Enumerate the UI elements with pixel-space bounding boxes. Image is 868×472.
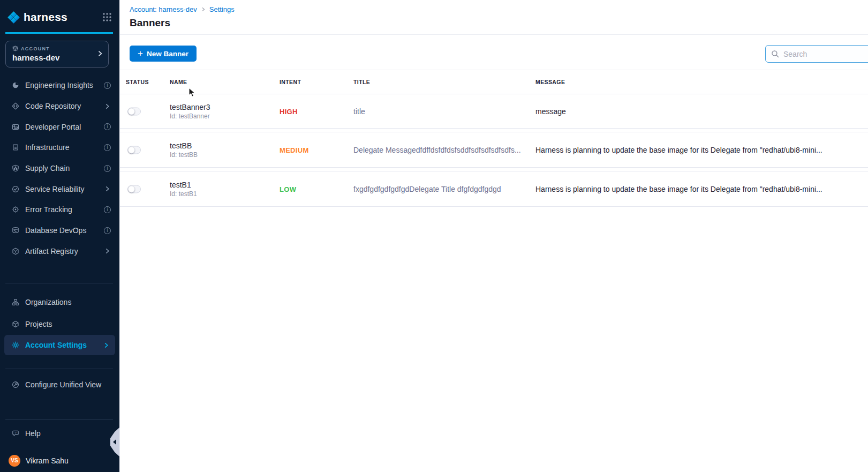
sidebar-divider xyxy=(5,419,113,420)
sidebar-item-label: Organizations xyxy=(25,298,111,306)
intent-badge: LOW xyxy=(280,185,296,193)
sidebar-item-organizations[interactable]: Organizations xyxy=(0,291,119,313)
toolbar-divider xyxy=(120,70,868,70)
account-name: harness-dev xyxy=(12,53,102,62)
sidebar-item-projects[interactable]: Projects xyxy=(0,313,119,335)
sidebar-item-label: Database DevOps xyxy=(25,226,100,235)
status-toggle[interactable] xyxy=(127,185,141,193)
configure-nav: Configure Unified View xyxy=(0,374,119,395)
info-icon[interactable]: i xyxy=(104,165,111,172)
sidebar-divider xyxy=(5,369,113,369)
breadcrumb-account-link[interactable]: Account: harness-dev xyxy=(130,5,197,13)
breadcrumb-settings-link[interactable]: Settings xyxy=(209,5,235,13)
column-header-name: NAME xyxy=(170,79,187,85)
management-nav: Organizations Projects Account Settings xyxy=(0,291,119,355)
column-header-status: STATUS xyxy=(126,79,149,85)
chevron-right-icon xyxy=(96,50,104,57)
sidebar-item-label: Engineering Insights xyxy=(25,81,100,89)
banner-id: Id: testBanner xyxy=(170,113,210,120)
user-profile[interactable]: VS Vikram Sahu xyxy=(0,449,119,472)
search-input[interactable] xyxy=(783,50,868,58)
column-header-title: TITLE xyxy=(353,79,370,85)
brand-name: harness xyxy=(24,11,67,24)
account-scope-label: ACCOUNT xyxy=(21,46,50,51)
column-header-message: MESSAGE xyxy=(535,79,565,85)
page-title: Banners xyxy=(130,17,170,29)
main-content: Account: harness-dev Settings Banners + … xyxy=(119,0,868,472)
avatar: VS xyxy=(9,455,20,467)
search-icon xyxy=(771,50,779,58)
toggle-knob xyxy=(128,185,135,192)
banner-message: message xyxy=(535,107,868,116)
sidebar-item-code-repository[interactable]: Code Repository xyxy=(0,96,119,117)
intent-badge: MEDIUM xyxy=(280,146,309,154)
banner-id: Id: testBB xyxy=(170,151,198,159)
info-icon[interactable]: i xyxy=(104,206,111,213)
banner-message: Harness is planning to update the base i… xyxy=(535,185,868,193)
sidebar-item-label: Supply Chain xyxy=(25,164,100,173)
search-box xyxy=(765,45,868,63)
sidebar-item-account-settings[interactable]: Account Settings xyxy=(4,335,115,355)
sidebar-item-infrastructure[interactable]: Infrastructure i xyxy=(0,137,119,158)
sidebar-item-help[interactable]: ? Help xyxy=(0,424,119,443)
new-banner-button[interactable]: + New Banner xyxy=(130,46,197,62)
breadcrumb-chevron-icon xyxy=(201,7,206,12)
toggle-knob xyxy=(128,146,135,153)
layers-icon xyxy=(12,46,18,51)
banner-id: Id: testB1 xyxy=(170,190,197,198)
banner-title: fxgdfgdfgdfgdfgdDelegate Title dfgfdgdfg… xyxy=(353,185,530,193)
developer-portal-icon xyxy=(12,123,19,131)
info-icon[interactable]: i xyxy=(104,144,111,151)
status-toggle[interactable] xyxy=(127,146,141,154)
brand-header: harness xyxy=(7,7,112,27)
banner-title: Delegate Messagedfdffdsfdfdsfsddfsdfsdfs… xyxy=(353,146,530,154)
help-nav: ? Help xyxy=(0,424,119,443)
banner-name: testBanner3 xyxy=(170,103,210,111)
sidebar-item-configure-unified-view[interactable]: Configure Unified View xyxy=(0,374,119,395)
module-nav: Engineering Insights i Code Repository D… xyxy=(0,75,119,261)
sidebar-item-label: Account Settings xyxy=(25,341,99,349)
banner-name: testBB xyxy=(170,141,198,150)
account-scope-selector[interactable]: ACCOUNT harness-dev xyxy=(5,41,109,68)
column-header-intent: INTENT xyxy=(280,79,301,85)
plus-icon: + xyxy=(138,48,143,59)
sidebar-divider xyxy=(5,283,113,283)
collapse-arrow-icon xyxy=(113,439,116,445)
harness-logo-icon xyxy=(7,11,20,24)
sidebar-item-engineering-insights[interactable]: Engineering Insights i xyxy=(0,75,119,96)
sidebar-item-label: Artifact Registry xyxy=(25,247,100,256)
sidebar-item-label: Projects xyxy=(25,320,111,328)
table-row[interactable]: testBB Id: testBB MEDIUM Delegate Messag… xyxy=(120,132,868,168)
app-launcher-grid-icon[interactable] xyxy=(102,12,112,22)
sidebar-item-service-reliability[interactable]: Service Reliability xyxy=(0,178,119,199)
sidebar-item-label: Infrastructure xyxy=(25,143,100,152)
info-icon[interactable]: i xyxy=(104,227,111,234)
chevron-right-icon xyxy=(104,185,111,192)
artifact-registry-icon xyxy=(12,248,19,255)
chevron-right-icon xyxy=(103,342,110,349)
sidebar-item-developer-portal[interactable]: Developer Portal i xyxy=(0,116,119,137)
status-toggle[interactable] xyxy=(127,107,141,115)
organizations-icon xyxy=(12,298,19,306)
user-name: Vikram Sahu xyxy=(26,456,69,465)
info-icon[interactable]: i xyxy=(104,82,111,89)
banner-name: testB1 xyxy=(170,181,197,189)
code-repository-icon xyxy=(12,102,19,110)
intent-badge: HIGH xyxy=(280,108,298,116)
sidebar-item-database-devops[interactable]: Database DevOps i xyxy=(0,220,119,241)
table-row[interactable]: testBanner3 Id: testBanner HIGH title me… xyxy=(120,94,868,129)
brand-underline xyxy=(5,32,113,34)
table-row[interactable]: testB1 Id: testB1 LOW fxgdfgdfgdfgdfgdDe… xyxy=(120,171,868,207)
sidebar-item-artifact-registry[interactable]: Artifact Registry xyxy=(0,241,119,262)
breadcrumb: Account: harness-dev Settings xyxy=(130,5,235,13)
sidebar-item-label: Service Reliability xyxy=(25,185,100,193)
sidebar-item-error-tracking[interactable]: Error Tracking i xyxy=(0,199,119,220)
svg-text:?: ? xyxy=(14,431,17,434)
error-tracking-icon xyxy=(12,206,19,213)
info-icon[interactable]: i xyxy=(104,123,111,130)
sidebar-item-supply-chain[interactable]: Supply Chain i xyxy=(0,158,119,179)
toggle-knob xyxy=(128,108,135,115)
unified-view-icon xyxy=(12,381,19,388)
projects-icon xyxy=(12,320,19,328)
banner-title: title xyxy=(353,107,530,116)
